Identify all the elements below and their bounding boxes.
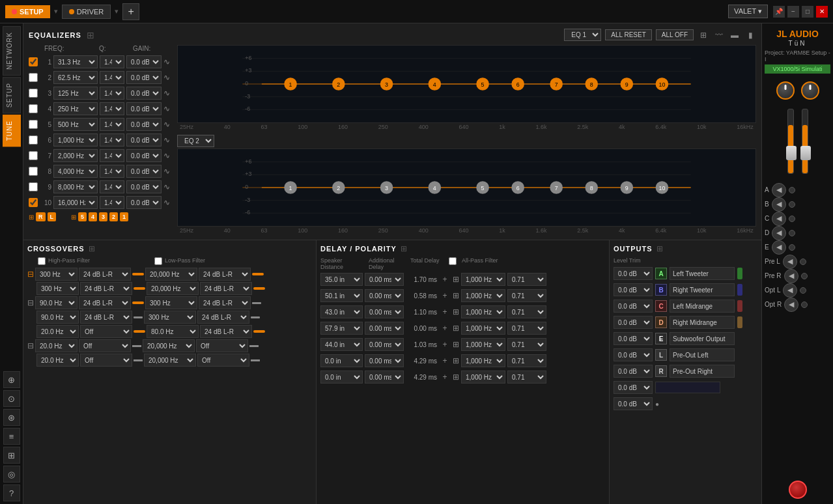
lpf-type-3[interactable]: 24 dB L-R [199,296,251,309]
hpf-type-4[interactable]: 24 dB L-R [80,311,132,324]
polarity-btn-3[interactable]: + [439,306,451,318]
polarity-enable-all[interactable] [449,257,457,265]
apf-q-5[interactable]: 0.71 [507,338,546,351]
group-badge-3[interactable]: 3 [99,212,107,221]
hpf-freq-7[interactable]: 20.0 Hz [36,354,79,367]
sidebar-icon-settings[interactable]: ◎ [3,466,20,483]
lpf-freq-3[interactable]: 300 Hz [145,296,197,309]
lpf-type-6[interactable]: Off [196,339,248,352]
apf-q-3[interactable]: 0.71 [507,305,546,318]
lpf-freq-5[interactable]: 80.0 Hz [147,325,199,338]
hpf-type-1[interactable]: 24 dB L-R [79,268,131,281]
minimize-button[interactable]: − [787,6,799,18]
lpf-freq-4[interactable]: 300 Hz [144,311,196,324]
polarity-btn-1[interactable]: + [439,273,451,285]
back-btn-D[interactable]: ◀ [772,226,786,240]
link-icon[interactable]: ⊟ [27,270,34,279]
out-gain-optR[interactable]: 0.0 dB [614,397,653,410]
hpf-freq-6[interactable]: 20.0 Hz [35,339,78,352]
band-7-freq[interactable]: 2,000 Hz [53,149,98,162]
band-2-gain[interactable]: 0.0 dB [126,71,162,84]
eq2-select[interactable]: EQ 2 [177,135,214,147]
lpf-type-2[interactable]: 24 dB L-R [200,282,252,295]
band-8-freq[interactable]: 4,000 Hz [53,165,98,178]
apf-q-6[interactable]: 0.71 [507,354,546,367]
apf-freq-1[interactable]: 1,000 Hz [461,273,505,286]
eq-col-icon[interactable]: ▮ [744,29,756,41]
band-1-freq[interactable]: 31.3 Hz [53,55,98,68]
band-2-wave-icon[interactable]: ∿ [163,73,170,82]
hpf-enable-all[interactable] [38,257,46,265]
out-label-B[interactable]: Right Tweeter [670,283,735,296]
band-3-enable[interactable] [29,89,38,98]
out-gain-B[interactable]: 0.0 dB [614,283,653,296]
fader-left[interactable] [787,109,794,174]
band-9-wave-icon[interactable]: ∿ [163,182,170,191]
hpf-type-2[interactable]: 24 dB L-R [80,282,132,295]
add-delay-2[interactable]: 0.00 ms [365,289,404,302]
band-5-gain[interactable]: 0.0 dB [126,118,162,131]
polarity-btn-5[interactable]: + [439,339,451,350]
out-label-C[interactable]: Left Midrange [670,300,735,313]
spk-dist-1[interactable]: 35.0 in [320,273,363,286]
band-10-freq[interactable]: 16,000 Hz [53,196,98,209]
band-7-q[interactable]: 1.41 [100,149,124,162]
polarity-btn-4[interactable]: + [439,322,451,334]
sidebar-icon-help[interactable]: ? [3,484,20,501]
add-delay-5[interactable]: 0.00 ms [365,338,404,351]
apf-freq-5[interactable]: 1,000 Hz [461,338,505,351]
sidebar-tab-network[interactable]: NETWORK [3,26,21,76]
lpf-type-7[interactable]: Off [197,354,249,367]
apf-q-4[interactable]: 0.71 [507,322,546,335]
band-6-wave-icon[interactable]: ∿ [163,135,170,145]
out-gain-E[interactable]: 0.0 dB [614,332,653,345]
setup-button[interactable]: SETUP [5,5,50,18]
out-gain-L[interactable]: 0.0 dB [614,348,653,361]
band-4-freq[interactable]: 250 Hz [53,102,98,115]
group-badge-L[interactable]: L [48,212,57,221]
band-8-gain[interactable]: 0.0 dB [126,165,162,178]
add-delay-3[interactable]: 0.00 ms [365,305,404,318]
knob-right[interactable] [801,81,819,100]
band-5-enable[interactable] [29,120,38,129]
band-4-enable[interactable] [29,104,38,113]
spk-dist-4[interactable]: 57.9 in [320,322,363,335]
lpf-type-4[interactable]: 24 dB L-R [197,311,249,324]
back-btn-optR[interactable]: ◀ [784,298,798,312]
eq-graph-icon[interactable]: ⊞ [698,29,709,41]
fader-right[interactable] [802,109,808,174]
band-4-q[interactable]: 1.41 [100,102,124,115]
add-delay-6[interactable]: 0.00 ms [365,354,404,367]
valet-button[interactable]: VALET ▾ [728,5,768,18]
apf-freq-4[interactable]: 1,000 Hz [461,322,505,335]
spk-dist-6[interactable]: 0.0 in [320,354,363,367]
eq-wave-icon[interactable]: 〰 [713,29,725,41]
sidebar-tab-setup[interactable]: SETUP [3,77,21,113]
band-7-wave-icon[interactable]: ∿ [163,151,170,160]
hpf-freq-3[interactable]: 90.0 Hz [35,296,78,309]
all-off-button[interactable]: ALL OFF [656,29,694,40]
hpf-freq-5[interactable]: 20.0 Hz [36,325,79,338]
lpf-freq-6[interactable]: 20,000 Hz [143,339,195,352]
out-label-L[interactable]: Pre-Out Left [670,348,735,361]
link-icon2[interactable]: ⊟ [27,298,34,307]
back-btn-preL[interactable]: ◀ [783,255,797,269]
out-gain-A[interactable]: 0.0 dB [614,267,653,280]
band-6-enable[interactable] [29,135,38,145]
band-5-freq[interactable]: 500 Hz [53,118,98,131]
back-btn-preR[interactable]: ◀ [784,269,798,283]
back-btn-A[interactable]: ◀ [772,183,786,197]
hpf-type-5[interactable]: Off [80,325,132,338]
knob-left[interactable] [776,81,795,100]
maximize-button[interactable]: □ [802,6,813,18]
band-4-gain[interactable]: 0.0 dB [126,102,162,115]
group-badge-2[interactable]: 2 [109,212,118,221]
band-4-wave-icon[interactable]: ∿ [163,104,170,113]
lpf-freq-7[interactable]: 20,000 Hz [144,354,196,367]
band-6-freq[interactable]: 1,000 Hz [53,133,98,147]
band-9-enable[interactable] [29,182,38,191]
group-badge-R[interactable]: R [36,212,46,221]
eq-grid-icon[interactable]: ▬ [729,29,741,41]
band-10-gain[interactable]: 0.0 dB [126,196,162,209]
vol-knob[interactable] [789,481,807,499]
